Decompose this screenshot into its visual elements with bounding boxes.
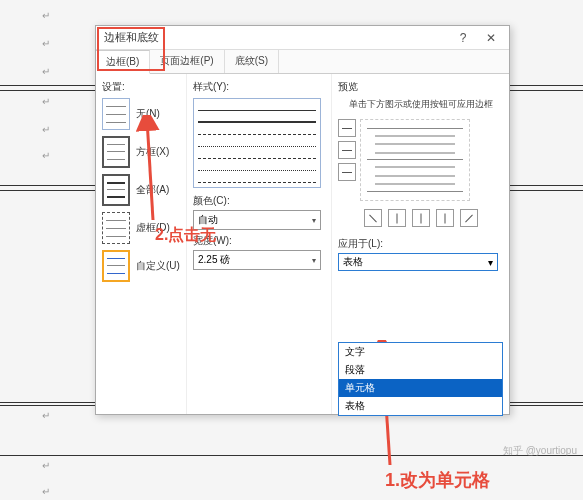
setting-all-icon (102, 174, 130, 206)
preview-diag1-button[interactable] (364, 209, 382, 227)
setting-all[interactable]: 全部(A) (102, 174, 180, 206)
watermark: 知乎 @yourtiopu (503, 444, 577, 458)
apply-to-label: 应用于(L): (338, 237, 503, 251)
color-dropdown[interactable]: 自动 ▾ (193, 210, 321, 230)
setting-grid[interactable]: 虚框(D) (102, 212, 180, 244)
preview-diag2-button[interactable] (460, 209, 478, 227)
setting-box[interactable]: 方框(X) (102, 136, 180, 168)
chevron-down-icon: ▾ (488, 257, 493, 268)
preview-mid-v-border-button[interactable] (412, 209, 430, 227)
borders-shading-dialog: 边框和底纹 ? ✕ 边框(B) 页面边框(P) 底纹(S) 设置: 无(N) 方… (95, 25, 510, 415)
apply-to-listbox: 文字 段落 单元格 表格 (338, 342, 503, 416)
tab-shading[interactable]: 底纹(S) (225, 50, 279, 73)
setting-custom[interactable]: 自定义(U) (102, 250, 180, 282)
settings-label: 设置: (102, 80, 180, 94)
preview-hint: 单击下方图示或使用按钮可应用边框 (338, 98, 503, 111)
apply-option-cell[interactable]: 单元格 (339, 379, 502, 397)
chevron-down-icon: ▾ (312, 216, 316, 225)
chevron-down-icon: ▾ (312, 256, 316, 265)
annotation-step1: 1.改为单元格 (385, 468, 490, 492)
preview-column: 预览 单击下方图示或使用按钮可应用边框 (331, 74, 509, 414)
style-column: 样式(Y): 颜色(C): 自动 ▾ 宽度(W): 2.25 磅 ▾ (186, 74, 331, 414)
settings-column: 设置: 无(N) 方框(X) 全部(A) 虚框(D) 自定义(U) (96, 74, 186, 414)
setting-box-icon (102, 136, 130, 168)
preview-label: 预览 (338, 80, 503, 94)
width-dropdown[interactable]: 2.25 磅 ▾ (193, 250, 321, 270)
preview-mid-h-border-button[interactable] (338, 141, 356, 159)
preview-box (360, 119, 470, 201)
tab-border[interactable]: 边框(B) (96, 50, 150, 74)
dialog-title: 边框和底纹 (104, 30, 449, 45)
apply-option-text[interactable]: 文字 (339, 343, 502, 361)
setting-none[interactable]: 无(N) (102, 98, 180, 130)
color-label: 颜色(C): (193, 194, 325, 208)
help-button[interactable]: ? (449, 27, 477, 49)
setting-none-icon (102, 98, 130, 130)
style-listbox[interactable] (193, 98, 321, 188)
apply-option-paragraph[interactable]: 段落 (339, 361, 502, 379)
preview-right-border-button[interactable] (436, 209, 454, 227)
preview-left-border-button[interactable] (388, 209, 406, 227)
titlebar: 边框和底纹 ? ✕ (96, 26, 509, 50)
apply-to-dropdown[interactable]: 表格 ▾ (338, 253, 498, 271)
dialog-tabs: 边框(B) 页面边框(P) 底纹(S) (96, 50, 509, 74)
setting-custom-icon (102, 250, 130, 282)
width-label: 宽度(W): (193, 234, 325, 248)
close-button[interactable]: ✕ (477, 27, 505, 49)
style-label: 样式(Y): (193, 80, 325, 94)
tab-page-border[interactable]: 页面边框(P) (150, 50, 224, 73)
setting-grid-icon (102, 212, 130, 244)
apply-option-table[interactable]: 表格 (339, 397, 502, 415)
preview-bottom-border-button[interactable] (338, 163, 356, 181)
preview-top-border-button[interactable] (338, 119, 356, 137)
